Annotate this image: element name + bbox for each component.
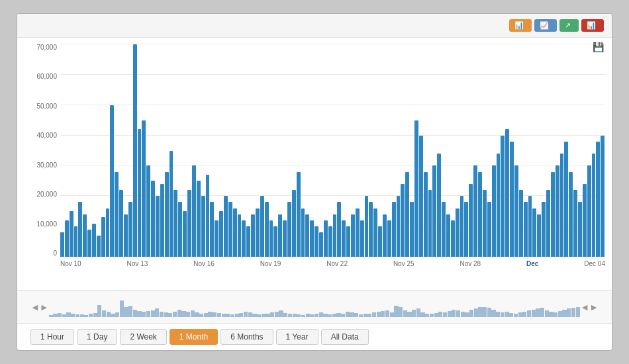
chart-bar[interactable]: [133, 44, 137, 257]
chart-bar[interactable]: [83, 214, 87, 257]
chart-bar[interactable]: [110, 105, 114, 257]
chart-bar[interactable]: [578, 202, 582, 257]
chart-bar[interactable]: [569, 172, 573, 257]
minimap-right-handle[interactable]: ◄►: [580, 302, 599, 312]
chart-bar[interactable]: [138, 129, 142, 257]
minimap-left-handle[interactable]: ◄►: [30, 302, 49, 312]
chart-bar[interactable]: [532, 208, 536, 257]
chart-bar[interactable]: [301, 208, 305, 257]
chart-bar[interactable]: [351, 214, 355, 257]
chart-bar[interactable]: [242, 220, 246, 257]
chart-bar[interactable]: [478, 172, 482, 257]
chart-bar[interactable]: [297, 172, 301, 257]
6-months-button[interactable]: 6 Months: [220, 329, 273, 345]
chart-bar[interactable]: [283, 220, 287, 257]
chart-bar[interactable]: [165, 172, 169, 257]
chart-bar[interactable]: [446, 214, 450, 257]
chart-bar[interactable]: [273, 226, 277, 257]
chart-bar[interactable]: [514, 165, 518, 257]
chart-bar[interactable]: [573, 190, 577, 257]
chart-bar[interactable]: [106, 208, 110, 257]
chart-bar[interactable]: [428, 190, 432, 257]
all-data-button[interactable]: All Data: [321, 329, 369, 345]
chart-bar[interactable]: [215, 220, 218, 257]
chart-bar[interactable]: [119, 190, 123, 257]
chart-bar[interactable]: [492, 165, 496, 257]
chart-bar[interactable]: [265, 202, 269, 257]
chart-bar[interactable]: [564, 142, 568, 257]
chart-bar[interactable]: [219, 211, 223, 257]
chart-bar[interactable]: [397, 196, 401, 257]
chart-bar[interactable]: [233, 208, 237, 257]
chart-bar[interactable]: [510, 142, 514, 257]
2-week-button[interactable]: 2 Week: [120, 329, 166, 345]
chart-bar[interactable]: [169, 151, 173, 257]
chart-bar[interactable]: [432, 165, 436, 257]
chart-bar[interactable]: [183, 211, 187, 257]
chart-bar[interactable]: [424, 172, 428, 257]
chart-bar[interactable]: [292, 190, 296, 257]
chart-bar[interactable]: [128, 202, 132, 257]
chart-bar[interactable]: [78, 202, 82, 257]
1-hour-button[interactable]: 1 Hour: [30, 329, 74, 345]
chart-bar[interactable]: [192, 165, 196, 257]
chart-bar[interactable]: [70, 211, 73, 257]
chart-bar[interactable]: [228, 202, 232, 257]
chart-bar[interactable]: [260, 196, 264, 257]
chart-bar[interactable]: [464, 202, 468, 257]
chart-bar[interactable]: [356, 208, 360, 257]
chart-bar[interactable]: [187, 190, 191, 257]
chart-bar[interactable]: [551, 172, 555, 257]
chart-bar[interactable]: [401, 184, 405, 257]
chart-bar[interactable]: [487, 202, 491, 257]
chart-bar[interactable]: [65, 220, 69, 257]
chart-bar[interactable]: [587, 165, 591, 257]
chart-bar[interactable]: [405, 172, 409, 257]
chart-bar[interactable]: [365, 196, 369, 257]
chart-bar[interactable]: [210, 202, 214, 257]
chart-bar[interactable]: [501, 136, 505, 257]
chart-bar[interactable]: [583, 184, 587, 257]
chart-bar[interactable]: [383, 214, 387, 257]
chart-bar[interactable]: [310, 220, 314, 257]
chart-bar[interactable]: [456, 208, 460, 257]
chart-bar[interactable]: [483, 190, 487, 257]
chart-bar[interactable]: [524, 202, 528, 257]
chart-bar[interactable]: [287, 202, 291, 257]
chart-bar[interactable]: [342, 220, 346, 257]
chart-bar[interactable]: [142, 120, 146, 257]
chart-bar[interactable]: [160, 184, 164, 257]
chart-bar[interactable]: [537, 214, 541, 257]
chart-bar[interactable]: [392, 202, 396, 257]
chart-bar[interactable]: [369, 202, 373, 257]
chart-bar[interactable]: [324, 220, 328, 257]
chart-bar[interactable]: [74, 226, 78, 257]
chart-bar[interactable]: [238, 214, 242, 257]
chart-bar[interactable]: [92, 224, 96, 257]
chart-bar[interactable]: [596, 142, 600, 257]
1-month-button[interactable]: 1 Month: [169, 329, 218, 345]
chart-bar[interactable]: [278, 214, 282, 257]
chart-bar[interactable]: [156, 196, 160, 257]
chart-bar[interactable]: [560, 154, 564, 257]
chart-bar[interactable]: [151, 181, 155, 257]
chart-bar[interactable]: [115, 172, 119, 257]
chart-bar[interactable]: [442, 202, 446, 257]
chart-bar[interactable]: [337, 202, 341, 257]
chart-bar[interactable]: [87, 230, 91, 257]
chart-bar[interactable]: [314, 226, 318, 257]
chart-bar[interactable]: [410, 202, 414, 257]
chart-bar[interactable]: [251, 214, 255, 257]
chart-bar[interactable]: [497, 154, 501, 257]
usd-exchanges-button[interactable]: 📊: [581, 19, 604, 32]
chart-bar[interactable]: [178, 202, 182, 257]
chart-bar[interactable]: [528, 196, 532, 257]
chart-bar[interactable]: [419, 136, 423, 257]
chart-bar[interactable]: [269, 220, 273, 257]
chart-bar[interactable]: [246, 226, 250, 257]
chart-bar[interactable]: [101, 217, 105, 257]
chart-bar[interactable]: [201, 196, 205, 257]
chart-bar[interactable]: [97, 236, 101, 257]
chart-bar[interactable]: [319, 232, 323, 257]
chart-bar[interactable]: [592, 154, 596, 257]
